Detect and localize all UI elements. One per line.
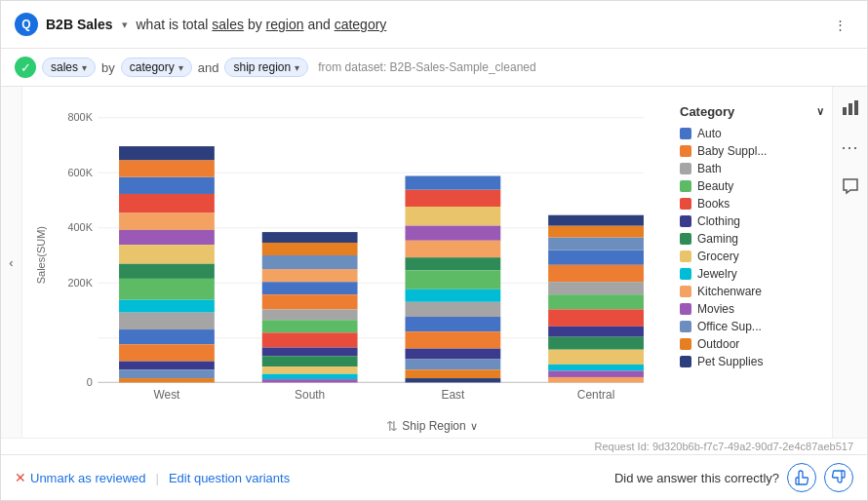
svg-text:West: West — [153, 388, 180, 402]
svg-rect-41 — [262, 243, 358, 255]
svg-text:East: East — [441, 388, 465, 402]
right-icon-panel: ··· — [832, 87, 867, 438]
check-icon: ✓ — [15, 57, 36, 78]
svg-rect-37 — [262, 374, 358, 379]
svg-rect-17 — [119, 279, 215, 300]
chart-type-button[interactable] — [837, 95, 864, 122]
svg-rect-26 — [119, 177, 215, 194]
legend-item[interactable]: Bath — [676, 160, 824, 177]
svg-rect-40 — [262, 255, 358, 269]
bar-south[interactable] — [262, 232, 358, 382]
legend-item[interactable]: Outdoor — [676, 335, 824, 353]
request-id: Request Id: 9d320b6b-f7c7-49a2-90d7-2e4c… — [1, 438, 867, 454]
main-content: ‹ Sales(SUM) — [1, 87, 867, 438]
svg-rect-58 — [548, 250, 644, 265]
thumbs-up-button[interactable] — [787, 463, 816, 492]
svg-rect-29 — [262, 282, 358, 294]
legend-item[interactable]: Books — [676, 195, 824, 212]
svg-rect-35 — [262, 356, 358, 366]
svg-text:0: 0 — [87, 376, 93, 388]
svg-rect-42 — [262, 232, 358, 243]
legend-item[interactable]: Movies — [676, 300, 824, 318]
by-text: by — [101, 60, 115, 75]
svg-rect-47 — [405, 257, 500, 270]
thumbs-down-button[interactable] — [824, 463, 853, 492]
legend-item[interactable]: Clothing — [676, 212, 824, 230]
bar-central[interactable] — [548, 215, 644, 383]
svg-rect-54 — [405, 359, 500, 369]
svg-rect-60 — [548, 282, 644, 294]
svg-rect-32 — [262, 320, 358, 332]
separator: | — [156, 471, 159, 485]
svg-rect-31 — [262, 309, 358, 320]
svg-text:600K: 600K — [68, 167, 94, 178]
logo-icon: Q — [15, 13, 38, 36]
sales-pill[interactable]: sales ▾ — [42, 58, 96, 77]
legend-item[interactable]: Kitchenware — [676, 283, 824, 300]
pill-bar: ✓ sales ▾ by category ▾ and ship region … — [1, 49, 867, 87]
svg-rect-52 — [405, 331, 500, 348]
x-axis-label-row: ⇅ Ship Region ∨ — [32, 414, 832, 438]
unmark-reviewed-button[interactable]: Unmark as reviewed — [30, 471, 146, 485]
svg-rect-16 — [119, 264, 215, 279]
svg-text:200K: 200K — [68, 277, 94, 289]
svg-rect-62 — [548, 309, 644, 326]
sort-icon: ⇅ — [386, 418, 398, 434]
left-collapse-button[interactable]: ‹ — [1, 87, 22, 438]
legend-item[interactable]: Beauty — [676, 177, 824, 195]
bar-east[interactable] — [405, 176, 500, 383]
chart-area: Sales(SUM) 800K 600K — [22, 87, 832, 438]
svg-rect-46 — [405, 241, 500, 257]
svg-rect-38 — [262, 379, 358, 382]
svg-rect-70 — [548, 226, 644, 238]
svg-rect-66 — [548, 365, 644, 371]
svg-rect-77 — [848, 103, 852, 115]
edit-question-variants-button[interactable]: Edit question variants — [169, 471, 290, 485]
chart-svg: 800K 600K 400K 200K 0 — [50, 96, 676, 414]
legend-item[interactable]: Auto — [676, 125, 824, 142]
legend-panel: Category ∨ AutoBaby Suppl...BathBeautyBo… — [676, 96, 832, 414]
datasource-label: B2B Sales — [46, 17, 112, 32]
svg-rect-55 — [405, 369, 500, 378]
svg-rect-22 — [119, 362, 215, 370]
svg-rect-18 — [119, 300, 215, 313]
bar-west[interactable] — [119, 146, 215, 382]
legend-item[interactable]: Baby Suppl... — [676, 142, 824, 160]
x-axis-chevron-icon[interactable]: ∨ — [470, 420, 478, 433]
svg-rect-45 — [405, 226, 500, 241]
ship-region-pill[interactable]: ship region ▾ — [224, 58, 308, 77]
svg-rect-24 — [119, 378, 215, 382]
legend-header[interactable]: Category ∨ — [676, 104, 824, 119]
svg-rect-57 — [405, 176, 500, 190]
svg-text:Central: Central — [577, 388, 614, 402]
svg-rect-12 — [119, 194, 215, 213]
legend-item[interactable]: Grocery — [676, 248, 824, 265]
svg-rect-61 — [548, 294, 644, 309]
legend-item[interactable]: Office Sup... — [676, 318, 824, 335]
top-bar: Q B2B Sales ▾ what is total sales by reg… — [1, 1, 867, 49]
svg-rect-65 — [548, 350, 644, 365]
query-text: what is total sales by region and catego… — [136, 17, 818, 32]
svg-rect-30 — [262, 294, 358, 309]
svg-rect-68 — [548, 377, 644, 382]
svg-rect-39 — [262, 269, 358, 282]
svg-rect-13 — [119, 213, 215, 230]
legend-item[interactable]: Pet Supplies — [676, 353, 824, 370]
svg-rect-20 — [119, 329, 215, 344]
svg-rect-34 — [262, 348, 358, 357]
legend-item[interactable]: Gaming — [676, 230, 824, 248]
svg-rect-69 — [548, 238, 644, 250]
svg-rect-19 — [119, 313, 215, 329]
comment-button[interactable] — [837, 173, 864, 200]
close-icon[interactable]: ✕ — [15, 470, 26, 485]
legend-item[interactable]: Jewelry — [676, 265, 824, 283]
svg-text:South: South — [295, 388, 325, 402]
bottom-right: Did we answer this correctly? — [614, 463, 853, 492]
svg-rect-44 — [405, 207, 500, 226]
svg-text:400K: 400K — [68, 221, 94, 233]
svg-rect-63 — [548, 327, 644, 337]
more-options-button[interactable]: ⋮ — [826, 11, 853, 38]
category-pill[interactable]: category ▾ — [121, 58, 192, 77]
datasource-chevron-icon[interactable]: ▾ — [122, 19, 128, 31]
more-chart-options-button[interactable]: ··· — [837, 134, 864, 161]
